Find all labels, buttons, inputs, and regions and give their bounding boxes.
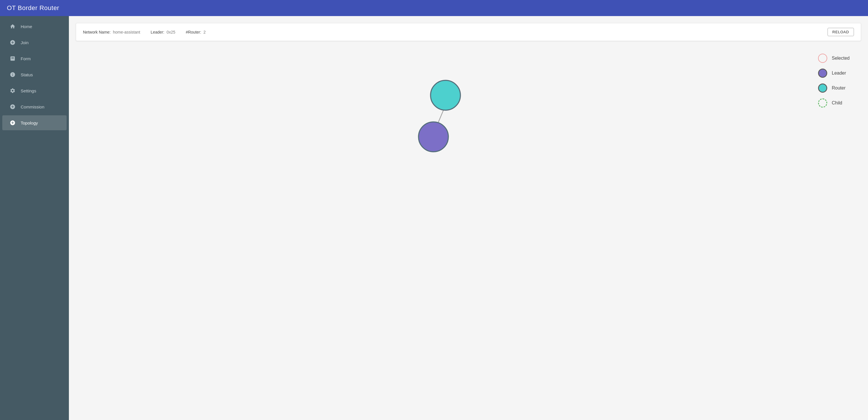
sidebar-item-status[interactable]: Status [2, 67, 67, 82]
leader-value: 0x25 [166, 30, 175, 34]
legend-router: Router [818, 84, 849, 93]
leader-node[interactable] [418, 122, 448, 152]
sidebar-label-commission: Commission [21, 104, 44, 109]
main-content: Network Name: home-assistant Leader: 0x2… [69, 16, 868, 420]
router-value: 2 [204, 30, 206, 34]
topology-area: Selected Leader Router Child [76, 48, 861, 197]
selected-circle [818, 54, 827, 63]
app-title: OT Border Router [7, 4, 59, 12]
sidebar-label-settings: Settings [21, 88, 36, 93]
legend-leader: Leader [818, 69, 849, 78]
topology-icon [9, 119, 16, 126]
legend-child-label: Child [832, 100, 842, 105]
app-body: Home Join Form Status Settings [0, 16, 868, 420]
sidebar-label-status: Status [21, 72, 33, 77]
sidebar-item-home[interactable]: Home [2, 19, 67, 34]
leader-circle [818, 69, 827, 78]
home-icon [9, 23, 16, 30]
info-bar: Network Name: home-assistant Leader: 0x2… [76, 23, 861, 41]
form-icon [9, 55, 16, 62]
sidebar-item-form[interactable]: Form [2, 51, 67, 66]
leader-label: Leader: [151, 30, 164, 34]
status-icon [9, 71, 16, 78]
sidebar-item-commission[interactable]: Commission [2, 99, 67, 114]
router-circle [818, 84, 827, 93]
reload-button[interactable]: RELOAD [828, 28, 854, 36]
legend-leader-label: Leader [832, 71, 846, 76]
network-graph [76, 48, 861, 197]
sidebar-item-join[interactable]: Join [2, 35, 67, 50]
info-separator-1 [145, 30, 146, 35]
legend-selected-label: Selected [832, 56, 849, 61]
info-separator-2 [180, 30, 181, 35]
legend-router-label: Router [832, 86, 846, 91]
join-icon [9, 39, 16, 46]
sidebar-label-form: Form [21, 56, 31, 61]
commission-icon [9, 103, 16, 110]
app-header: OT Border Router [0, 0, 868, 16]
router-node[interactable] [431, 80, 460, 110]
sidebar-item-settings[interactable]: Settings [2, 83, 67, 98]
sidebar-item-topology[interactable]: Topology [2, 115, 67, 130]
network-name-value: home-assistant [113, 30, 140, 34]
legend-selected: Selected [818, 54, 849, 63]
network-name-label: Network Name: [83, 30, 111, 34]
settings-icon [9, 87, 16, 94]
sidebar-label-topology: Topology [21, 121, 38, 125]
child-circle [818, 98, 827, 107]
legend-child: Child [818, 98, 849, 107]
router-label: #Router: [186, 30, 201, 34]
sidebar-label-home: Home [21, 24, 32, 29]
legend: Selected Leader Router Child [818, 54, 849, 107]
sidebar: Home Join Form Status Settings [0, 16, 69, 420]
sidebar-label-join: Join [21, 40, 29, 45]
